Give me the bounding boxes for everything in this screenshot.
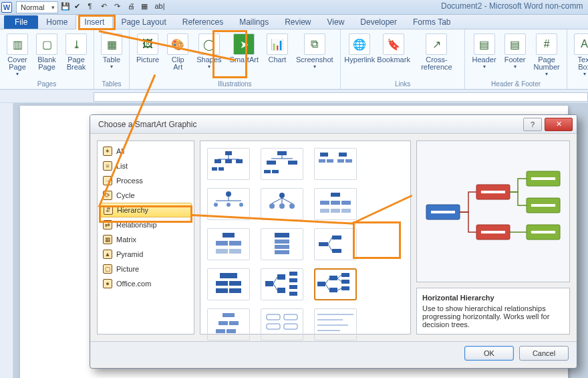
qat-spellcheck-icon[interactable]: ✔ [74,2,85,13]
chart-button[interactable]: 📊Chart [264,31,291,71]
gallery-thumb[interactable] [314,308,357,341]
tab-forms[interactable]: Forms Tab [405,15,458,29]
gallery-thumb[interactable] [207,228,250,260]
gallery-thumb[interactable] [314,148,357,180]
tab-developer[interactable]: Developer [352,15,405,29]
gallery-thumb[interactable] [207,308,250,341]
category-all[interactable]: ✦All [98,144,194,159]
svg-rect-18 [339,153,347,157]
category-relationship[interactable]: ⇄Relationship [98,217,194,232]
svg-point-28 [269,203,275,209]
tab-view[interactable]: View [319,15,353,29]
svg-rect-94 [431,211,455,213]
category-pyramid[interactable]: ▲Pyramid [98,247,194,262]
horizontal-ruler[interactable] [0,90,588,103]
svg-rect-98 [481,231,505,233]
category-officecom[interactable]: ●Office.com [98,276,194,291]
cover-page-button[interactable]: ▥CoverPage▾ [4,31,31,77]
gallery-thumb[interactable] [207,268,250,300]
tab-references[interactable]: References [174,15,231,29]
dialog-help-button[interactable]: ? [523,118,542,131]
ok-button[interactable]: OK [464,346,514,361]
svg-rect-59 [229,288,241,293]
svg-rect-45 [229,249,241,254]
svg-rect-35 [320,201,329,205]
group-title: Illustrations [218,80,252,89]
tab-review[interactable]: Review [277,15,319,29]
svg-rect-55 [220,273,237,278]
style-selector[interactable]: Normal [16,1,58,13]
preview-canvas [416,140,570,282]
svg-rect-58 [216,288,228,293]
header-button[interactable]: ▤Header▾ [469,31,498,77]
category-hierarchy[interactable]: ⇵Hierarchy [100,203,192,217]
dialog-close-button[interactable]: ✕ [545,118,573,131]
footer-icon: ▤ [504,33,526,55]
svg-rect-5 [218,167,224,171]
smartart-button[interactable]: ➤SmartArt [227,31,261,71]
relationship-icon: ⇄ [103,220,112,229]
gallery-thumb[interactable] [261,308,303,341]
cancel-button[interactable]: Cancel [519,346,569,361]
all-icon: ✦ [103,147,112,156]
category-list[interactable]: ≡List [98,159,194,173]
svg-rect-64 [289,278,297,282]
qat-undo-icon[interactable]: ↶ [101,2,112,13]
screenshot-button[interactable]: ⧉Screenshot▾ [293,31,336,71]
svg-rect-11 [264,170,271,173]
gallery-thumb[interactable] [207,148,250,180]
pyramid-icon: ▲ [103,250,112,259]
qat-paragraph-icon[interactable]: ¶ [88,2,98,13]
qat-save-icon[interactable]: 💾 [61,2,71,13]
qat-print-icon[interactable]: 🖨 [128,2,138,13]
gallery-thumb[interactable] [261,188,303,220]
tab-mailings[interactable]: Mailings [231,15,277,29]
svg-point-29 [279,203,285,209]
svg-rect-51 [332,235,341,240]
preview-info: Horizontal Hierarchy Use to show hierarc… [416,288,570,335]
dialog-titlebar[interactable]: Choose a SmartArt Graphic ? ✕ [90,115,577,134]
chevron-down-icon: ▾ [514,64,517,70]
gallery-thumb[interactable] [261,268,303,300]
blank-page-button[interactable]: ▢BlankPage [33,31,60,77]
gallery-thumb[interactable] [261,228,303,260]
svg-rect-86 [284,314,297,320]
category-cycle[interactable]: ⟳Cycle [98,188,194,203]
footer-button[interactable]: ▤Footer▾ [502,31,529,77]
gallery-thumb-selected[interactable] [314,268,357,300]
qat-redo-icon[interactable]: ↷ [114,2,125,13]
svg-rect-9 [267,161,276,165]
tab-insert[interactable]: Insert [76,15,113,29]
tab-home[interactable]: Home [38,15,76,29]
svg-rect-42 [216,241,228,246]
tab-file[interactable]: File [4,15,38,29]
gallery-thumb[interactable] [314,228,357,260]
category-matrix[interactable]: ▦Matrix [98,232,194,247]
svg-point-26 [239,203,243,207]
crossref-button[interactable]: ↗Cross-reference [412,31,460,71]
svg-line-77 [337,275,341,278]
smartart-dialog: Choose a SmartArt Graphic ? ✕ ✦All ≡List… [90,114,577,369]
picture-button[interactable]: 🖼Picture [134,31,162,71]
qat-table-icon[interactable]: ▦ [141,2,152,13]
svg-rect-56 [216,281,228,286]
svg-rect-69 [317,282,325,286]
page-break-button[interactable]: ⤓PageBreak [63,31,90,77]
bookmark-button[interactable]: 🔖Bookmark [378,31,410,71]
qat-textbox-icon[interactable]: ab| [154,2,165,13]
svg-rect-81 [218,321,228,325]
svg-rect-12 [272,170,279,173]
category-picture[interactable]: ▢Picture [98,262,194,276]
pagenum-button[interactable]: #PageNumber▾ [531,31,563,77]
tab-page-layout[interactable]: Page Layout [113,15,174,29]
svg-rect-82 [229,321,239,325]
textbox-button[interactable]: ATextBox▾ [571,31,588,77]
gallery-thumb[interactable] [261,148,303,180]
svg-rect-57 [229,281,241,286]
vertical-ruler[interactable] [0,103,13,378]
hierarchy-icon: ⇵ [104,205,113,215]
svg-rect-100 [531,177,555,180]
hyperlink-button[interactable]: 🌐Hyperlink [345,31,375,71]
svg-rect-46 [275,233,289,238]
gallery-thumb[interactable] [314,188,357,220]
